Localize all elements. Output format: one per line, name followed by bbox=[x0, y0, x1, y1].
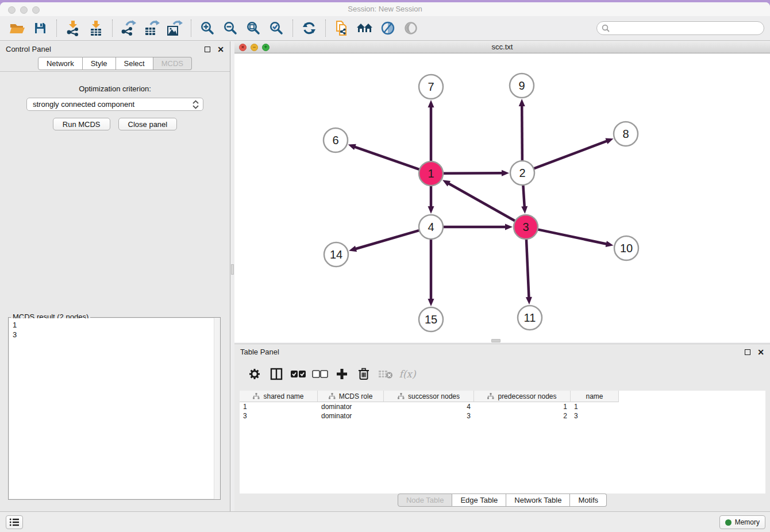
close-window-button[interactable] bbox=[8, 6, 16, 14]
criterion-dropdown[interactable]: strongly connected component bbox=[26, 98, 203, 111]
graph-edge-2-8[interactable] bbox=[533, 141, 607, 169]
result-item[interactable]: 3 bbox=[9, 330, 220, 340]
column-header-name[interactable]: name bbox=[571, 391, 619, 402]
control-panel: Control Panel ✕ NetworkStyleSelectMCDS O… bbox=[0, 41, 230, 511]
table-cell[interactable]: 1 bbox=[240, 402, 318, 411]
table-cell[interactable]: 3 bbox=[571, 411, 619, 421]
zoom-selected-icon[interactable] bbox=[267, 18, 286, 38]
float-table-panel-icon[interactable] bbox=[745, 349, 750, 355]
run-mcds-button[interactable]: Run MCDS bbox=[53, 118, 110, 130]
import-network-icon[interactable] bbox=[63, 18, 83, 38]
tab-motifs[interactable]: Motifs bbox=[570, 494, 607, 507]
graph-edge-3-10[interactable] bbox=[537, 229, 607, 244]
result-scrollbar[interactable] bbox=[214, 318, 220, 499]
table-cell[interactable]: 2 bbox=[474, 411, 571, 421]
edge-arrow-icon bbox=[505, 224, 513, 230]
tab-network[interactable]: Network bbox=[38, 57, 83, 70]
float-panel-icon[interactable] bbox=[205, 47, 210, 52]
graph-node-15[interactable]: 15 bbox=[419, 307, 443, 331]
column-header-predecessor-nodes[interactable]: predecessor nodes bbox=[474, 391, 571, 402]
select-all-icon[interactable] bbox=[287, 364, 309, 384]
table-cell[interactable]: dominator bbox=[318, 402, 384, 411]
close-panel-button[interactable]: Close panel bbox=[118, 118, 178, 130]
minimize-window-button[interactable] bbox=[20, 6, 28, 14]
table-cell[interactable]: 3 bbox=[384, 411, 474, 421]
memory-button[interactable]: Memory bbox=[719, 515, 765, 529]
zoom-in-icon[interactable] bbox=[198, 18, 217, 38]
tab-edge-table[interactable]: Edge Table bbox=[452, 494, 506, 507]
hide-panels-icon[interactable] bbox=[378, 18, 398, 38]
delete-column-icon[interactable] bbox=[353, 364, 375, 384]
graph-edge-3-11[interactable] bbox=[526, 238, 529, 298]
column-layout-icon[interactable] bbox=[265, 364, 287, 384]
horizontal-splitter-grip[interactable] bbox=[491, 339, 500, 342]
tab-mcds[interactable]: MCDS bbox=[153, 57, 192, 70]
network-maximize-button[interactable]: + bbox=[262, 44, 270, 51]
duplicate-network-icon[interactable] bbox=[332, 18, 352, 38]
result-item[interactable]: 1 bbox=[9, 320, 220, 330]
column-header-MCDS-role[interactable]: MCDS role bbox=[318, 391, 384, 402]
table-cell[interactable]: 4 bbox=[384, 402, 474, 411]
splitter-grip[interactable] bbox=[231, 264, 234, 275]
tab-node-table[interactable]: Node Table bbox=[398, 494, 453, 507]
graph-node-4[interactable]: 4 bbox=[419, 215, 443, 239]
zoom-window-button[interactable] bbox=[32, 6, 40, 14]
optimization-criterion-label: Optimization criterion: bbox=[0, 84, 230, 93]
table-panel-title: Table Panel bbox=[240, 348, 279, 356]
search-input[interactable] bbox=[613, 24, 759, 32]
table-row[interactable]: 3dominator323 bbox=[240, 411, 765, 421]
tab-style[interactable]: Style bbox=[83, 57, 116, 70]
network-close-button[interactable]: × bbox=[239, 44, 247, 51]
memory-status-icon bbox=[725, 519, 732, 526]
table-cell[interactable]: 1 bbox=[571, 402, 619, 411]
import-table-icon[interactable] bbox=[86, 18, 106, 38]
table-row[interactable]: 1dominator411 bbox=[240, 402, 765, 411]
graph-node-9[interactable]: 9 bbox=[510, 74, 534, 98]
table-cell[interactable]: dominator bbox=[318, 411, 384, 421]
graph-node-8[interactable]: 8 bbox=[614, 122, 638, 146]
graph-node-3[interactable]: 3 bbox=[514, 215, 538, 239]
table-cell[interactable]: 3 bbox=[240, 411, 318, 421]
task-history-button[interactable] bbox=[6, 515, 23, 529]
graph-node-11[interactable]: 11 bbox=[518, 306, 542, 330]
add-column-icon[interactable] bbox=[331, 364, 353, 384]
refresh-layout-icon[interactable] bbox=[299, 18, 319, 38]
svg-text:14: 14 bbox=[330, 248, 342, 261]
graph-edge-3-1[interactable] bbox=[448, 183, 515, 221]
zoom-fit-icon[interactable] bbox=[244, 18, 263, 38]
export-image-icon[interactable] bbox=[165, 18, 184, 38]
close-panel-icon[interactable]: ✕ bbox=[217, 47, 224, 52]
mcds-result-list[interactable]: 13 bbox=[9, 318, 220, 499]
graph-node-14[interactable]: 14 bbox=[324, 242, 348, 267]
export-table-icon[interactable] bbox=[142, 18, 161, 38]
save-icon[interactable] bbox=[30, 18, 50, 38]
search-field[interactable] bbox=[596, 21, 764, 35]
graph-edge-2-9[interactable] bbox=[522, 106, 522, 161]
graph-node-6[interactable]: 6 bbox=[324, 128, 348, 152]
column-header-shared-name[interactable]: shared name bbox=[240, 391, 318, 402]
graph-node-1[interactable]: 1 bbox=[419, 161, 443, 186]
session-home-icon[interactable] bbox=[355, 18, 375, 38]
tab-network-table[interactable]: Network Table bbox=[506, 494, 570, 507]
open-folder-icon[interactable] bbox=[7, 18, 27, 38]
edge-arrow-icon bbox=[428, 100, 434, 107]
eye-icon[interactable] bbox=[401, 18, 421, 38]
graph-edge-1-6[interactable] bbox=[355, 147, 420, 170]
graph-edge-4-14[interactable] bbox=[356, 230, 420, 249]
zoom-out-icon[interactable] bbox=[221, 18, 240, 38]
graph-edge-1-2[interactable] bbox=[442, 173, 502, 174]
graph-node-10[interactable]: 10 bbox=[614, 236, 638, 260]
close-table-panel-icon[interactable]: ✕ bbox=[757, 349, 764, 355]
deselect-all-icon[interactable] bbox=[309, 364, 331, 384]
export-network-icon[interactable] bbox=[119, 18, 138, 38]
network-minimize-button[interactable]: − bbox=[251, 44, 258, 51]
graph-edge-2-3[interactable] bbox=[523, 184, 524, 207]
column-header-successor-nodes[interactable]: successor nodes bbox=[384, 391, 474, 402]
tab-select[interactable]: Select bbox=[116, 57, 153, 70]
gear-icon[interactable] bbox=[244, 364, 265, 384]
graph-node-7[interactable]: 7 bbox=[419, 75, 443, 99]
vertical-splitter[interactable] bbox=[230, 41, 234, 511]
graph-node-2[interactable]: 2 bbox=[510, 161, 534, 185]
table-cell[interactable]: 1 bbox=[474, 402, 571, 411]
network-canvas[interactable]: 7968124314101511 bbox=[234, 53, 770, 342]
